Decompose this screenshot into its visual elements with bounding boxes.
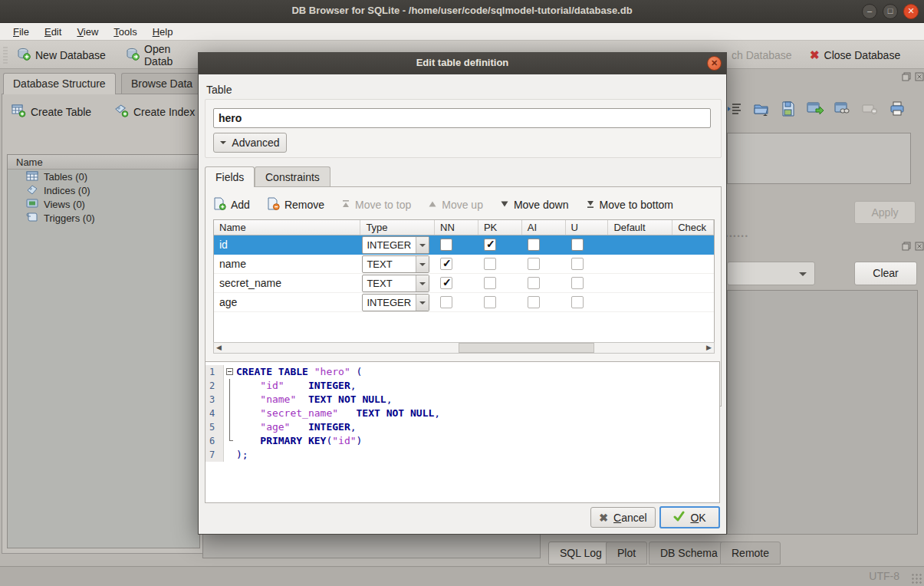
tree-item-indices[interactable]: Indices (0) bbox=[8, 183, 199, 197]
field-row-age[interactable]: ageINTEGER bbox=[214, 293, 714, 312]
ok-button[interactable]: OK bbox=[659, 506, 720, 528]
minimize-icon[interactable]: – bbox=[862, 4, 877, 19]
fold-margin[interactable] bbox=[224, 420, 236, 434]
ai-checkbox[interactable] bbox=[528, 258, 540, 270]
set-null-icon[interactable] bbox=[862, 103, 879, 117]
create-table-button[interactable]: Create Table bbox=[12, 102, 91, 122]
fold-margin[interactable] bbox=[224, 365, 236, 379]
menu-item-view[interactable]: View bbox=[70, 25, 105, 39]
export-icon[interactable] bbox=[807, 102, 824, 118]
resize-grip[interactable] bbox=[911, 573, 922, 584]
tree-item-tables[interactable]: Tables (0) bbox=[8, 170, 199, 183]
nn-checkbox[interactable] bbox=[440, 239, 452, 251]
fields-grid-hscrollbar[interactable]: ◀ ▶ bbox=[213, 342, 715, 354]
menu-item-help[interactable]: Help bbox=[146, 25, 180, 39]
pk-checkbox[interactable] bbox=[484, 258, 496, 270]
close-database-button[interactable]: ✖ Close Database bbox=[805, 44, 905, 65]
chevron-down-icon[interactable] bbox=[416, 295, 429, 311]
field-name-cell[interactable]: id bbox=[214, 235, 360, 254]
field-row-secret_name[interactable]: secret_nameTEXT bbox=[214, 274, 714, 293]
open-database-button[interactable]: Open Datab bbox=[121, 44, 198, 65]
sql-preview[interactable]: 1CREATE TABLE "hero" (2 "id" INTEGER,3 "… bbox=[205, 361, 720, 503]
table-name-input[interactable] bbox=[213, 108, 711, 128]
fold-margin[interactable] bbox=[224, 379, 236, 393]
window-titlebar[interactable]: DB Browser for SQLite - /home/user/code/… bbox=[0, 0, 924, 23]
column-header-check[interactable]: Check bbox=[672, 220, 714, 235]
menu-item-file[interactable]: File bbox=[6, 25, 36, 39]
dialog-titlebar[interactable]: Edit table definition ✕ bbox=[199, 53, 726, 74]
clear-button[interactable]: Clear bbox=[854, 262, 917, 285]
column-header-type[interactable]: Type bbox=[360, 220, 435, 235]
pk-checkbox[interactable] bbox=[484, 296, 496, 308]
move-to-bottom-button[interactable]: Move to bottom bbox=[586, 199, 674, 211]
check-cell[interactable] bbox=[672, 293, 714, 311]
save-icon[interactable] bbox=[781, 101, 796, 119]
column-header-ai[interactable]: AI bbox=[522, 220, 566, 235]
tree-item-triggers[interactable]: Triggers (0) bbox=[8, 211, 199, 225]
tree-item-views[interactable]: Views (0) bbox=[8, 197, 199, 211]
column-header-u[interactable]: U bbox=[566, 220, 609, 235]
create-index-button[interactable]: Create Index bbox=[114, 102, 195, 122]
encoding-label[interactable]: UTF-8 bbox=[869, 570, 899, 582]
remove-button[interactable]: Remove bbox=[267, 197, 324, 212]
maximize-icon[interactable]: □ bbox=[883, 4, 898, 19]
cancel-button[interactable]: ✖ Cancel bbox=[590, 507, 656, 528]
column-header-pk[interactable]: PK bbox=[478, 220, 522, 235]
menu-item-edit[interactable]: Edit bbox=[38, 25, 68, 39]
tab-browse-data[interactable]: Browse Data bbox=[121, 73, 206, 94]
chevron-down-icon[interactable] bbox=[416, 275, 429, 291]
nn-checkbox[interactable] bbox=[440, 258, 452, 270]
column-header-default[interactable]: Default bbox=[608, 220, 672, 235]
tab-database-structure[interactable]: Database Structure bbox=[3, 73, 116, 94]
toolbar-grip[interactable] bbox=[3, 47, 8, 64]
nn-checkbox[interactable] bbox=[440, 277, 452, 289]
field-name-cell[interactable]: name bbox=[214, 255, 360, 273]
cell-editor-area[interactable] bbox=[727, 133, 911, 184]
fold-margin[interactable] bbox=[224, 407, 236, 420]
bottom-tab-remote[interactable]: Remote bbox=[720, 542, 781, 565]
tab-constraints[interactable]: Constraints bbox=[255, 166, 330, 186]
tree-header-name[interactable]: Name bbox=[8, 155, 199, 170]
column-header-name[interactable]: Name bbox=[214, 220, 360, 235]
dock-splitter[interactable]: •••••• bbox=[725, 232, 749, 240]
type-combobox[interactable]: TEXT bbox=[362, 275, 429, 292]
bottom-tab-plot[interactable]: Plot bbox=[606, 542, 647, 565]
float-dock-icon[interactable] bbox=[902, 72, 911, 81]
pk-checkbox[interactable] bbox=[484, 239, 496, 251]
type-combobox[interactable]: INTEGER bbox=[362, 294, 429, 311]
ai-checkbox[interactable] bbox=[528, 296, 540, 308]
field-name-cell[interactable]: age bbox=[214, 293, 360, 311]
u-checkbox[interactable] bbox=[571, 296, 584, 308]
menu-item-tools[interactable]: Tools bbox=[107, 25, 143, 39]
fold-margin[interactable] bbox=[224, 448, 236, 462]
scroll-left-icon[interactable]: ◀ bbox=[216, 344, 222, 351]
tab-fields[interactable]: Fields bbox=[205, 166, 255, 187]
default-cell[interactable] bbox=[608, 293, 672, 311]
scroll-right-icon[interactable]: ▶ bbox=[706, 344, 712, 351]
bottom-tab-db-schema[interactable]: DB Schema bbox=[649, 542, 729, 565]
field-row-name[interactable]: nameTEXT bbox=[214, 255, 714, 274]
new-database-button[interactable]: New Database bbox=[12, 44, 110, 65]
u-checkbox[interactable] bbox=[571, 258, 584, 270]
fold-margin[interactable] bbox=[224, 393, 236, 407]
field-name-cell[interactable]: secret_name bbox=[214, 274, 360, 292]
check-cell[interactable] bbox=[672, 274, 714, 292]
check-cell[interactable] bbox=[672, 255, 714, 273]
chevron-down-icon[interactable] bbox=[416, 237, 429, 253]
import-icon[interactable] bbox=[753, 101, 770, 119]
dialog-close-icon[interactable]: ✕ bbox=[707, 56, 722, 71]
add-button[interactable]: Add bbox=[213, 197, 250, 212]
nn-checkbox[interactable] bbox=[440, 296, 452, 308]
default-cell[interactable] bbox=[608, 274, 672, 292]
check-cell[interactable] bbox=[672, 235, 714, 254]
pk-checkbox[interactable] bbox=[484, 277, 496, 289]
field-row-id[interactable]: idINTEGER bbox=[214, 235, 714, 255]
ai-checkbox[interactable] bbox=[528, 239, 540, 251]
type-combobox[interactable]: INTEGER bbox=[362, 236, 429, 254]
default-cell[interactable] bbox=[608, 235, 672, 254]
close-dock-icon[interactable] bbox=[915, 242, 924, 251]
fold-margin[interactable] bbox=[224, 434, 236, 448]
scrollbar-thumb[interactable] bbox=[459, 343, 594, 353]
ai-checkbox[interactable] bbox=[528, 277, 540, 289]
default-cell[interactable] bbox=[608, 255, 672, 273]
